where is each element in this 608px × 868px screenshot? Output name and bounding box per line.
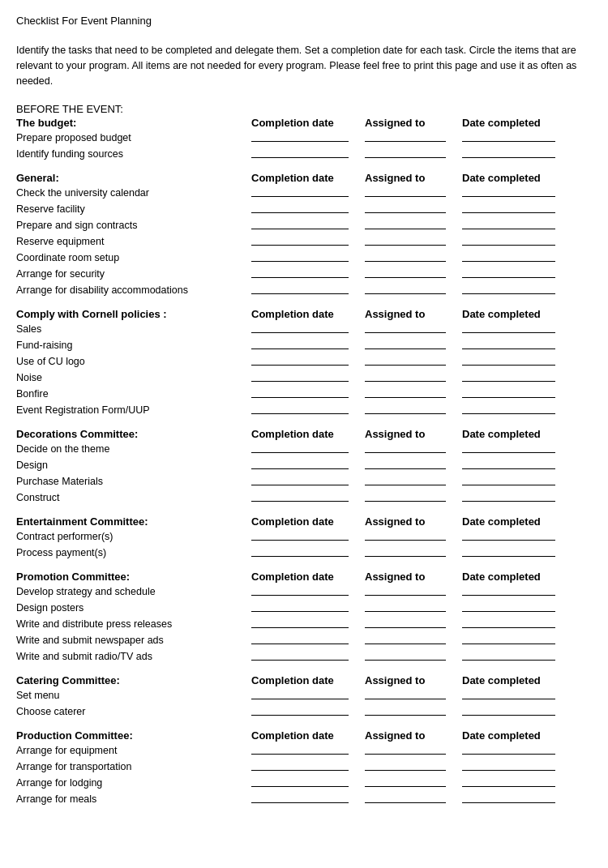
date-completed-field[interactable] <box>462 743 567 757</box>
completion-date-field[interactable] <box>251 743 365 757</box>
completion-date-field[interactable] <box>251 267 365 280</box>
date-completed-field[interactable] <box>462 688 567 702</box>
date-completed-field[interactable] <box>462 490 567 504</box>
completion-date-field[interactable] <box>251 601 365 614</box>
assigned-to-field[interactable] <box>365 370 462 384</box>
date-completed-field[interactable] <box>462 545 567 559</box>
date-completed-field[interactable] <box>462 792 567 806</box>
assigned-to-field[interactable] <box>365 267 462 280</box>
assigned-to-field[interactable] <box>365 338 462 352</box>
assigned-to-field[interactable] <box>365 649 462 663</box>
assigned-to-field[interactable] <box>365 186 462 199</box>
assigned-to-field[interactable] <box>365 601 462 614</box>
completion-date-field[interactable] <box>251 442 365 455</box>
assigned-to-field[interactable] <box>365 218 462 232</box>
date-completed-field[interactable] <box>462 387 567 400</box>
date-completed-field[interactable] <box>462 474 567 488</box>
assigned-to-field[interactable] <box>365 584 462 598</box>
completion-date-field[interactable] <box>251 490 365 504</box>
date-completed-field[interactable] <box>462 633 567 647</box>
task-row: Purchase Materials <box>16 474 592 488</box>
assigned-to-field[interactable] <box>365 743 462 757</box>
assigned-to-field[interactable] <box>365 633 462 647</box>
completion-date-field[interactable] <box>251 474 365 488</box>
completion-date-field[interactable] <box>251 633 365 647</box>
date-completed-field[interactable] <box>462 130 567 144</box>
assigned-to-field[interactable] <box>365 617 462 631</box>
assigned-to-field[interactable] <box>365 147 462 160</box>
completion-date-field[interactable] <box>251 617 365 631</box>
assigned-to-field[interactable] <box>365 322 462 336</box>
date-completed-field[interactable] <box>462 218 567 232</box>
date-completed-field[interactable] <box>462 370 567 384</box>
date-completed-field[interactable] <box>462 283 567 297</box>
date-completed-field[interactable] <box>462 354 567 368</box>
col-datecompleted-header-5: Date completed <box>462 571 567 583</box>
completion-date-field[interactable] <box>251 147 365 160</box>
completion-date-field[interactable] <box>251 130 365 144</box>
completion-date-field[interactable] <box>251 234 365 248</box>
assigned-to-field[interactable] <box>365 776 462 789</box>
assigned-to-field[interactable] <box>365 458 462 472</box>
assigned-to-field[interactable] <box>365 545 462 559</box>
completion-date-field[interactable] <box>251 283 365 297</box>
assigned-to-field[interactable] <box>365 792 462 806</box>
assigned-to-field[interactable] <box>365 283 462 297</box>
completion-date-field[interactable] <box>251 759 365 773</box>
completion-date-field[interactable] <box>251 202 365 216</box>
date-completed-field[interactable] <box>462 147 567 160</box>
completion-date-field[interactable] <box>251 704 365 718</box>
date-completed-field[interactable] <box>462 649 567 663</box>
completion-date-field[interactable] <box>251 338 365 352</box>
date-completed-field[interactable] <box>462 250 567 264</box>
date-completed-field[interactable] <box>462 267 567 280</box>
date-completed-field[interactable] <box>462 704 567 718</box>
assigned-to-field[interactable] <box>365 704 462 718</box>
date-completed-field[interactable] <box>462 186 567 199</box>
col-completion-header-1: Completion date <box>251 172 365 184</box>
date-completed-field[interactable] <box>462 442 567 455</box>
completion-date-field[interactable] <box>251 584 365 598</box>
assigned-to-field[interactable] <box>365 354 462 368</box>
date-completed-field[interactable] <box>462 234 567 248</box>
date-completed-field[interactable] <box>462 601 567 614</box>
completion-date-field[interactable] <box>251 458 365 472</box>
date-completed-field[interactable] <box>462 202 567 216</box>
completion-date-field[interactable] <box>251 370 365 384</box>
date-completed-field[interactable] <box>462 403 567 417</box>
date-completed-field[interactable] <box>462 529 567 543</box>
completion-date-field[interactable] <box>251 322 365 336</box>
completion-date-field[interactable] <box>251 529 365 543</box>
date-completed-field[interactable] <box>462 776 567 789</box>
completion-date-field[interactable] <box>251 186 365 199</box>
completion-date-field[interactable] <box>251 776 365 789</box>
assigned-to-field[interactable] <box>365 688 462 702</box>
completion-date-field[interactable] <box>251 792 365 806</box>
date-completed-field[interactable] <box>462 338 567 352</box>
completion-date-field[interactable] <box>251 649 365 663</box>
completion-date-field[interactable] <box>251 688 365 702</box>
date-completed-field[interactable] <box>462 617 567 631</box>
date-completed-field[interactable] <box>462 322 567 336</box>
assigned-to-field[interactable] <box>365 130 462 144</box>
assigned-to-field[interactable] <box>365 234 462 248</box>
completion-date-field[interactable] <box>251 218 365 232</box>
completion-date-field[interactable] <box>251 250 365 264</box>
assigned-to-field[interactable] <box>365 474 462 488</box>
assigned-to-field[interactable] <box>365 387 462 400</box>
completion-date-field[interactable] <box>251 545 365 559</box>
completion-date-field[interactable] <box>251 387 365 400</box>
assigned-to-field[interactable] <box>365 403 462 417</box>
col-assigned-header-1: Assigned to <box>365 172 462 184</box>
date-completed-field[interactable] <box>462 458 567 472</box>
date-completed-field[interactable] <box>462 584 567 598</box>
assigned-to-field[interactable] <box>365 202 462 216</box>
completion-date-field[interactable] <box>251 354 365 368</box>
assigned-to-field[interactable] <box>365 529 462 543</box>
assigned-to-field[interactable] <box>365 442 462 455</box>
date-completed-field[interactable] <box>462 759 567 773</box>
assigned-to-field[interactable] <box>365 759 462 773</box>
assigned-to-field[interactable] <box>365 250 462 264</box>
completion-date-field[interactable] <box>251 403 365 417</box>
assigned-to-field[interactable] <box>365 490 462 504</box>
